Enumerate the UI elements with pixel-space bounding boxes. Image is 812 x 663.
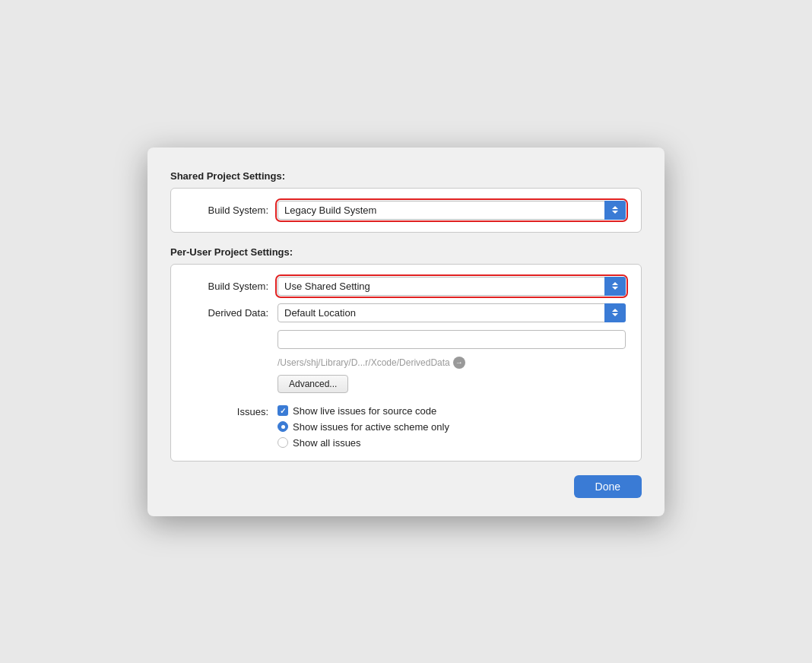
derived-data-resolved-path: /Users/shj/Library/D...r/Xcode/DerivedDa…	[278, 357, 450, 368]
settings-dialog: Shared Project Settings: Build System: L…	[147, 148, 665, 516]
all-issues-label: Show all issues	[293, 437, 361, 449]
all-issues-radio[interactable]	[278, 437, 288, 448]
advanced-row: Advanced...	[186, 375, 626, 393]
shared-build-system-select[interactable]: Legacy Build SystemNew Build System (Def…	[278, 201, 626, 220]
active-scheme-radio[interactable]	[278, 421, 288, 432]
per-user-build-system-row: Build System: Use Shared SettingLegacy B…	[186, 277, 626, 296]
dialog-footer: Done	[170, 475, 642, 498]
per-user-section-title: Per-User Project Settings:	[170, 246, 642, 258]
done-button[interactable]: Done	[574, 475, 642, 498]
active-scheme-label: Show issues for active scheme only	[293, 421, 449, 433]
derived-data-resolved-path-row: /Users/shj/Library/D...r/Xcode/DerivedDa…	[186, 357, 626, 369]
derived-data-label: Derived Data:	[186, 307, 278, 319]
live-issues-checkbox[interactable]	[278, 405, 288, 416]
per-user-build-system-select-wrapper[interactable]: Use Shared SettingLegacy Build SystemNew…	[278, 277, 626, 296]
per-user-build-system-label: Build System:	[186, 281, 278, 292]
derived-data-select-wrapper[interactable]: Default LocationRelativeCustom	[278, 303, 626, 322]
issues-label: Issues:	[186, 405, 278, 417]
issue-live-issues-row: Show live issues for source code	[278, 405, 449, 417]
issues-row: Issues: Show live issues for source code…	[186, 405, 626, 449]
live-issues-label: Show live issues for source code	[293, 405, 436, 417]
issue-active-scheme-row: Show issues for active scheme only	[278, 421, 449, 433]
derived-data-row: Derived Data: Default LocationRelativeCu…	[186, 303, 626, 322]
shared-section-title: Shared Project Settings:	[170, 170, 642, 182]
derived-data-select[interactable]: Default LocationRelativeCustom	[278, 303, 626, 322]
issue-all-issues-row: Show all issues	[278, 437, 449, 449]
advanced-button[interactable]: Advanced...	[278, 375, 348, 393]
shared-build-system-label: Build System:	[186, 205, 278, 216]
path-arrow-icon[interactable]	[453, 357, 465, 369]
derived-data-path-input[interactable]	[278, 330, 626, 349]
per-user-panel: Build System: Use Shared SettingLegacy B…	[170, 264, 642, 462]
per-user-build-system-select[interactable]: Use Shared SettingLegacy Build SystemNew…	[278, 277, 626, 296]
issues-group: Show live issues for source code Show is…	[278, 405, 449, 449]
derived-data-path-row	[186, 330, 626, 349]
shared-build-system-row: Build System: Legacy Build SystemNew Bui…	[186, 201, 626, 220]
shared-build-system-select-wrapper[interactable]: Legacy Build SystemNew Build System (Def…	[278, 201, 626, 220]
shared-panel: Build System: Legacy Build SystemNew Bui…	[170, 188, 642, 233]
